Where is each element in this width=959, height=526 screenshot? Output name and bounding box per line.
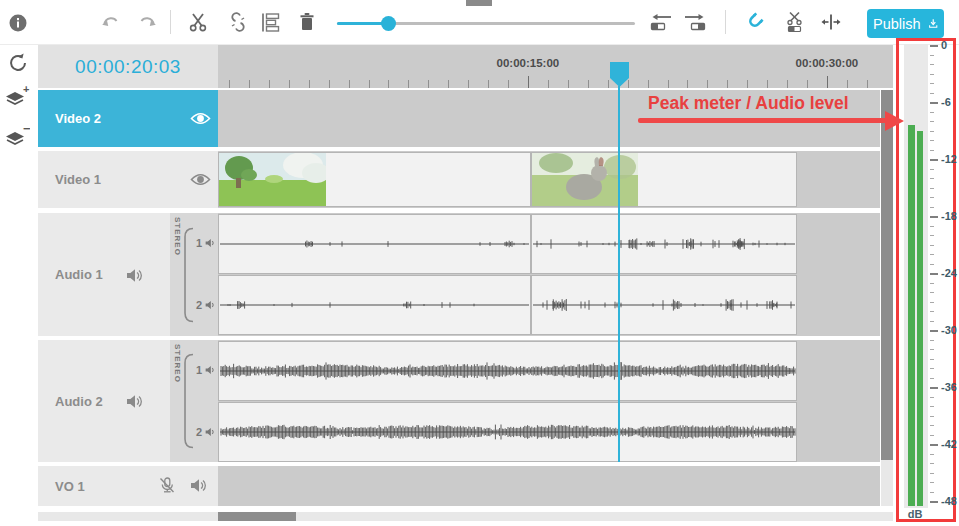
meter-tick — [930, 292, 934, 293]
visibility-toggle-video2[interactable] — [190, 111, 211, 126]
meter-tick — [930, 425, 934, 426]
meter-tick — [930, 492, 934, 493]
unlink-button[interactable] — [228, 12, 248, 32]
timeline-ruler[interactable]: 00:00:15:0000:00:30:00 — [218, 45, 893, 88]
horizontal-scrollbar[interactable] — [38, 512, 893, 521]
meter-tick — [930, 121, 934, 122]
meter-db-label: -24 — [941, 267, 957, 279]
split-clip-icon — [784, 11, 805, 33]
audio-clip[interactable] — [218, 341, 797, 401]
channel-number: 2 — [196, 426, 202, 438]
stereo-label-audio2: STEREO — [173, 344, 182, 383]
ruler-tick — [468, 80, 469, 88]
meter-tick — [930, 55, 934, 56]
split-clip-button[interactable] — [784, 11, 805, 33]
meter-tick — [930, 349, 934, 350]
meter-tick — [930, 112, 934, 113]
trim-button[interactable] — [820, 14, 842, 30]
track-header-vo1[interactable]: VO 1 — [38, 466, 218, 506]
record-voiceover-button[interactable] — [158, 477, 176, 494]
panel-collapse-handle[interactable] — [466, 0, 492, 6]
audio-clip[interactable] — [531, 214, 797, 274]
meter-tick — [930, 340, 934, 341]
remove-layer-icon: − — [4, 126, 30, 150]
meter-tick — [930, 368, 934, 369]
visibility-toggle-video1[interactable] — [190, 172, 211, 187]
publish-button-label: Publish — [873, 16, 921, 32]
trim-icon — [820, 14, 842, 30]
audio-clip[interactable] — [218, 214, 531, 274]
meter-tick — [930, 444, 938, 446]
playhead-marker[interactable] — [610, 62, 629, 87]
meter-tick — [930, 188, 934, 189]
cut-button[interactable] — [188, 12, 208, 32]
snap-toggle-button[interactable] — [744, 11, 765, 32]
svg-text:+: + — [23, 86, 29, 95]
ruler-tick — [408, 80, 409, 88]
meter-db-label: 0 — [941, 39, 947, 51]
meter-db-label: -36 — [941, 381, 957, 393]
channel-bracket — [183, 227, 195, 323]
reset-zoom-button[interactable] — [7, 52, 29, 74]
video-clip-1[interactable] — [218, 152, 531, 207]
meter-tick — [930, 321, 934, 322]
video-clip-2[interactable] — [531, 152, 797, 207]
meter-tick — [930, 207, 934, 208]
video-editor-app: Publish + − 00:00:20:03 — [0, 0, 959, 526]
info-button[interactable] — [8, 13, 28, 33]
microphone-muted-icon — [158, 477, 176, 494]
rotate-reset-icon — [7, 52, 29, 74]
ruler-tick — [428, 80, 429, 88]
storyboard-button[interactable] — [260, 12, 281, 33]
annotation-arrow — [638, 118, 888, 123]
add-track-button[interactable]: + — [4, 86, 30, 110]
toolbar: Publish — [0, 0, 959, 45]
remove-track-button[interactable]: − — [4, 126, 30, 150]
track-label-vo1: VO 1 — [55, 479, 85, 494]
unlink-icon — [228, 12, 248, 32]
speaker-icon — [126, 394, 143, 409]
snap-magnet-icon — [744, 11, 765, 32]
meter-tick — [930, 416, 934, 417]
publish-button[interactable]: Publish — [867, 9, 944, 38]
delete-button[interactable] — [298, 12, 316, 32]
cut-icon — [188, 12, 208, 32]
timecode-display: 00:00:20:03 — [38, 45, 218, 88]
audio-clip[interactable] — [218, 402, 797, 462]
meter-tick — [930, 397, 934, 398]
meter-tick — [930, 359, 934, 360]
jump-next-edit-button[interactable] — [684, 13, 706, 31]
meter-tick — [930, 435, 934, 436]
ruler-tick — [269, 80, 270, 88]
audio-clip[interactable] — [218, 275, 531, 335]
vertical-scrollbar-thumb[interactable] — [881, 90, 893, 460]
track-header-audio2[interactable]: Audio 2 — [38, 340, 170, 462]
meter-db-label: -18 — [941, 210, 957, 222]
meter-tick — [930, 45, 938, 47]
meter-tick — [930, 93, 934, 94]
channel-number: 1 — [196, 364, 202, 376]
redo-button[interactable] — [139, 14, 157, 30]
jump-previous-edit-button[interactable] — [650, 13, 672, 31]
track-header-video2[interactable]: Video 2 — [38, 90, 218, 147]
meter-tick — [930, 64, 934, 65]
toolbar-divider — [170, 10, 171, 34]
mute-toggle-audio2[interactable] — [126, 394, 143, 409]
track-header-audio1[interactable]: Audio 1 — [38, 213, 170, 336]
stereo-panel-audio2: STEREO 1 2 — [170, 340, 218, 462]
meter-tick — [930, 330, 938, 332]
ruler-tick — [767, 80, 768, 88]
meter-tick — [930, 226, 934, 227]
undo-button[interactable] — [101, 14, 119, 30]
meter-tick — [930, 473, 934, 474]
ruler-tick — [807, 80, 808, 88]
horizontal-scrollbar-thumb[interactable] — [218, 512, 296, 521]
video-thumbnail-animal — [532, 153, 638, 206]
ruler-tick — [508, 80, 509, 88]
track-header-video1[interactable]: Video 1 — [38, 151, 218, 208]
mute-toggle-vo1[interactable] — [190, 478, 207, 493]
zoom-slider-handle[interactable] — [381, 16, 396, 31]
mute-toggle-audio1[interactable] — [126, 268, 143, 283]
audio-clip[interactable] — [531, 275, 797, 335]
meter-db-label: -42 — [941, 438, 957, 450]
